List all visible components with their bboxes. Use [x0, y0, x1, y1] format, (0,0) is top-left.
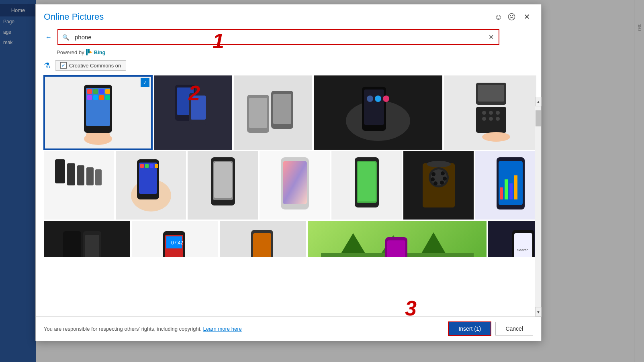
svg-rect-47	[140, 164, 144, 168]
search-area: ← 🔍 ✕ 1	[36, 26, 541, 47]
svg-point-27	[375, 96, 381, 102]
svg-rect-5	[87, 89, 92, 94]
search-input[interactable]	[73, 31, 484, 44]
image-row-1: ✓	[44, 75, 533, 150]
cancel-button[interactable]: Cancel	[495, 322, 533, 336]
footer-buttons: Insert (1) Cancel	[448, 321, 533, 336]
back-button[interactable]: ←	[44, 32, 53, 43]
phone-touch	[125, 155, 177, 216]
scrollbar-up-button[interactable]: ▲	[535, 97, 542, 106]
svg-point-36	[489, 117, 493, 121]
image-cell-7[interactable]	[116, 151, 186, 220]
learn-more-link[interactable]: Learn more here	[203, 326, 242, 332]
old-phones	[51, 155, 107, 216]
happy-icon[interactable]: ☺	[495, 12, 503, 22]
header-icons: ☺ ☹ ✕	[495, 11, 533, 23]
svg-point-26	[367, 96, 373, 102]
svg-rect-92	[514, 233, 532, 257]
cc-label: Creative Commons on	[69, 63, 121, 69]
svg-point-32	[482, 111, 486, 115]
creative-commons-toggle[interactable]: ✓ Creative Commons on	[55, 60, 126, 71]
image-cell-4[interactable]	[314, 75, 442, 150]
image-cell-17[interactable]: Search	[488, 221, 541, 257]
dialog-title: Online Pictures	[44, 12, 104, 22]
dialog-scrollbar[interactable]: ▲ ▼	[535, 97, 541, 317]
svg-rect-72	[500, 187, 503, 199]
samsung-phone	[269, 155, 321, 216]
image-cell-13[interactable]	[44, 221, 130, 257]
dialog-footer: You are responsible for respecting other…	[36, 316, 541, 341]
image-cell-14[interactable]: 07:42	[132, 221, 218, 257]
svg-point-28	[383, 96, 389, 102]
image-cell-10[interactable]	[331, 151, 402, 220]
image-row-2	[44, 151, 533, 220]
svg-rect-40	[67, 163, 75, 185]
svg-rect-6	[93, 89, 98, 94]
svg-point-34	[496, 111, 500, 115]
svg-rect-0	[86, 49, 88, 55]
svg-rect-9	[87, 95, 92, 100]
image-cell-5[interactable]	[444, 75, 536, 150]
close-button[interactable]: ✕	[521, 11, 533, 23]
annotation-2: 2	[188, 83, 200, 104]
phone-nature	[321, 229, 474, 257]
samsung-small	[231, 229, 295, 257]
image-cell-15[interactable]	[220, 221, 306, 257]
image-cell-selected[interactable]: ✓	[44, 75, 152, 150]
svg-rect-1	[88, 49, 90, 53]
svg-rect-7	[99, 89, 104, 94]
footer-disclaimer: You are responsible for respecting other…	[44, 326, 242, 332]
filter-bar: ⚗ ✓ Creative Commons on 2	[36, 57, 541, 74]
powered-by-text: Powered by	[57, 49, 84, 55]
svg-marker-2	[90, 51, 92, 53]
scrollbar-down-button[interactable]: ▼	[535, 307, 542, 317]
svg-rect-41	[77, 165, 84, 185]
scrollbar-thumb[interactable]	[536, 110, 541, 126]
image-cell-9[interactable]	[260, 151, 330, 220]
image-cell-11[interactable]	[403, 151, 474, 220]
svg-rect-30	[478, 85, 504, 102]
scrollbar-track	[535, 106, 541, 307]
svg-point-64	[443, 177, 447, 181]
svg-text:07:42: 07:42	[171, 240, 183, 246]
svg-rect-11	[99, 95, 104, 100]
search-box: 🔍 ✕	[57, 29, 499, 45]
svg-point-63	[441, 171, 445, 175]
sad-icon[interactable]: ☹	[507, 12, 516, 22]
svg-rect-73	[505, 179, 508, 199]
svg-rect-20	[249, 98, 267, 128]
svg-point-65	[440, 181, 444, 185]
search-clear-button[interactable]: ✕	[484, 30, 499, 44]
image-cell-16[interactable]	[308, 221, 487, 257]
svg-rect-76	[63, 231, 81, 257]
bing-icon	[86, 49, 92, 55]
insert-button[interactable]: Insert (1)	[448, 321, 491, 336]
search-icon: 🔍	[58, 31, 73, 44]
online-pictures-dialog: Online Pictures ☺ ☹ ✕ ← 🔍 ✕ 1 Powered by…	[35, 4, 542, 341]
flip-phone	[454, 81, 526, 145]
svg-rect-78	[85, 235, 99, 257]
annotation-1: 1	[213, 31, 224, 51]
svg-rect-50	[155, 164, 158, 168]
svg-point-68	[431, 172, 435, 176]
svg-point-66	[433, 181, 438, 185]
svg-rect-56	[283, 161, 307, 204]
svg-rect-10	[93, 95, 98, 100]
filter-icon[interactable]: ⚗	[44, 61, 50, 70]
red-phone: 07:42	[143, 229, 207, 257]
image-cell-12[interactable]	[475, 151, 541, 220]
black-phones	[55, 229, 119, 257]
phone-hand-dark	[322, 81, 434, 145]
image-cell-6[interactable]	[44, 151, 114, 220]
svg-rect-12	[105, 95, 110, 100]
image-cell-3[interactable]	[234, 75, 312, 150]
svg-rect-84	[253, 233, 271, 257]
svg-point-35	[482, 117, 486, 121]
svg-rect-8	[105, 89, 110, 94]
svg-rect-22	[273, 94, 291, 124]
svg-rect-74	[509, 183, 513, 199]
svg-rect-59	[358, 162, 376, 201]
svg-rect-42	[86, 167, 94, 185]
svg-point-37	[496, 117, 500, 121]
image-cell-8[interactable]	[188, 151, 258, 220]
